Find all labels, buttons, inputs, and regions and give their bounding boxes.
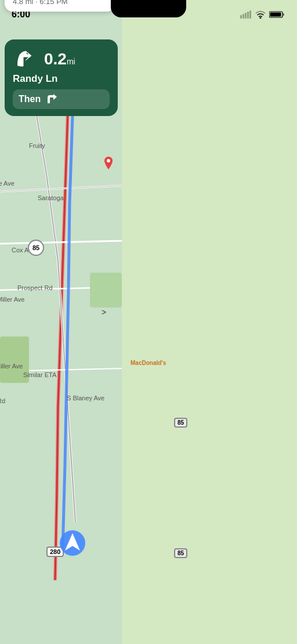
- map-label-miller-ave-2: Miller Ave: [0, 363, 23, 370]
- svg-rect-9: [247, 12, 249, 19]
- signal-icon: [240, 10, 252, 19]
- svg-rect-7: [242, 14, 244, 19]
- navigation-arrow: [58, 529, 87, 560]
- phone-notch: [111, 0, 186, 17]
- wifi-icon: [255, 10, 266, 19]
- nav-street: Randy Ln: [13, 73, 110, 85]
- nav-distance: 0.2mi: [44, 50, 75, 68]
- map-label-fruity: Fruity: [29, 142, 45, 149]
- status-bar: 6:00: [0, 0, 297, 29]
- svg-point-3: [107, 159, 110, 162]
- turn-arrow-icon: [13, 46, 38, 72]
- nav-then-label: Then: [19, 94, 41, 104]
- highway-85-right-badge: 85: [174, 418, 187, 428]
- battery-icon: [269, 10, 285, 19]
- highway-85-top-badge: 85: [174, 548, 187, 558]
- nav-then-row: Then: [13, 89, 110, 109]
- svg-rect-14: [282, 13, 284, 16]
- map-label-saratoga: Saratoga: [38, 194, 64, 201]
- map-label-miller-ave-1: Miller Ave: [0, 296, 24, 303]
- svg-rect-8: [245, 13, 247, 19]
- highway-85-badge: 85: [28, 240, 44, 256]
- map-label-mcdonalds: MacDonald's: [131, 360, 166, 366]
- map-label-le-ave: le Ave: [0, 180, 15, 187]
- nav-then-arrow-icon: [45, 93, 58, 106]
- map-expand-icon[interactable]: >: [102, 307, 106, 317]
- svg-rect-2: [90, 273, 122, 307]
- eta-info: 4.8 mi · 6:15 PM: [13, 0, 107, 6]
- map-label-prospect-rd: Prospect Rd: [17, 284, 53, 291]
- map-pin: [103, 157, 114, 169]
- svg-rect-6: [240, 15, 242, 19]
- status-icons: [240, 10, 285, 19]
- map-label-rd: Rd: [0, 397, 5, 404]
- map-label-similar-eta: Similar ETA: [23, 371, 56, 378]
- map-label-sblaney: S Blaney Ave: [67, 395, 104, 401]
- bottom-info-card: 15 min 4.8 mi · 6:15 PM: [5, 0, 115, 12]
- svg-point-11: [260, 17, 262, 19]
- navigation-card: 0.2mi Randy Ln Then: [5, 39, 118, 116]
- svg-rect-13: [270, 13, 281, 17]
- svg-rect-10: [249, 10, 251, 19]
